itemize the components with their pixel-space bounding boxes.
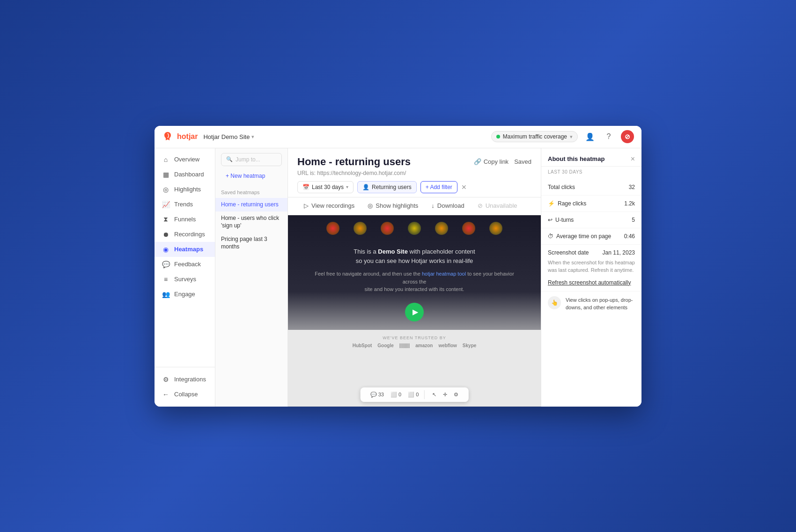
sidebar-item-feedback[interactable]: 💬 Feedback [155,257,215,272]
date-filter-label: Last 30 days [312,184,344,190]
sidebar-item-heatmaps[interactable]: ◉ Heatmaps [155,242,215,257]
top-bar: hotjar Hotjar Demo Site ▾ Maximum traffi… [155,126,641,148]
refresh-screenshot-button[interactable]: Refresh screenshot automatically [548,279,631,286]
user-icon[interactable]: 👤 [583,130,597,143]
info-panel-footer: 👆 View clicks on pop-ups, drop-downs, an… [541,292,641,316]
toolbar-move[interactable]: ✛ [441,390,450,399]
sidebar-item-overview[interactable]: ⌂ Overview [155,152,215,167]
toolbar-box-1[interactable]: ⬜ 0 [388,390,404,399]
heat-spot-5 [435,222,448,235]
heatmap-item-2[interactable]: Pricing page last 3 months [215,233,287,254]
calendar-icon: 📅 [302,184,310,190]
tab-download[interactable]: ↓ Download [425,197,471,215]
toolbar-cursor[interactable]: ↖ [430,390,439,399]
total-clicks-label: Total clicks [548,184,575,190]
play-icon: ▷ [304,202,309,209]
logo-area: hotjar [162,131,198,142]
sidebar-item-collapse[interactable]: ← Collapse [155,387,215,402]
u-turns-icon: ↩ [548,217,553,223]
sidebar-item-recordings[interactable]: ⏺ Recordings [155,227,215,242]
engage-icon: 👥 [162,291,170,298]
toolbar-box-2[interactable]: ⬜ 0 [405,390,421,399]
heatmap-item-0[interactable]: Home - returning users [215,198,287,212]
add-filter-button[interactable]: + Add filter [420,181,457,193]
move-icon: ✛ [443,392,447,398]
toolbar-settings-tool[interactable]: ⚙ [451,390,461,399]
traffic-coverage-badge[interactable]: Maximum traffic coverage ▾ [491,131,578,142]
play-button[interactable]: ▶ [405,303,424,321]
sidebar-item-label-highlights: Highlights [174,186,201,193]
brand-hubspot: HubSpot [353,343,372,348]
sidebar-item-label-feedback: Feedback [174,261,201,268]
user-filter-chip[interactable]: 👤 Returning users [357,181,417,193]
user-filter-icon: 👤 [362,184,369,190]
search-placeholder: Jump to... [236,156,260,163]
tab-unavailable[interactable]: ⊘ Unavailable [471,197,524,215]
toolbar-group-sessions: 💬 33 ⬜ 0 ⬜ 0 [365,390,425,399]
brand-adobe: |||||||| [399,343,410,348]
stat-row-rage-clicks: ⚡ Rage clicks 1.2k [541,196,641,212]
heat-dots-overlay [288,222,541,235]
tab-show-highlights[interactable]: ◎ Show highlights [361,197,425,215]
jump-to-search[interactable]: 🔍 Jump to... [221,153,282,166]
heat-spot-1 [326,222,339,235]
help-icon[interactable]: ? [602,130,615,143]
screenshot-date-value: Jan 11, 2023 [603,249,635,256]
date-filter-chip[interactable]: 📅 Last 30 days ▾ [297,181,354,193]
sidebar-item-dashboard[interactable]: ▦ Dashboard [155,167,215,182]
sidebar-item-label-trends: Trends [174,201,193,208]
unavailable-icon: ⊘ [478,202,483,209]
sidebar-item-funnels[interactable]: ⧗ Funnels [155,212,215,227]
sidebar-item-label-dashboard: Dashboard [174,171,204,178]
site-selector[interactable]: Hotjar Demo Site ▾ [203,133,254,140]
heatmap-item-label-2: Pricing page last 3 months [221,236,267,250]
heatmap-item-1[interactable]: Home - users who click 'sign up' [215,211,287,233]
sidebar-item-label-engage: Engage [174,291,195,298]
sidebar-nav: ⌂ Overview ▦ Dashboard ◎ Highlights 📈 Tr… [155,148,215,407]
cursor-icon: ↖ [432,392,436,398]
saved-heatmaps-label: Saved heatmaps [215,188,287,198]
tab-show-highlights-label: Show highlights [376,202,418,209]
site-selector-chevron: ▾ [251,134,254,140]
new-heatmap-button[interactable]: + New heatmap [221,170,282,182]
heatmap-content: Home - returning users 🔗 Copy link Saved… [288,148,541,407]
info-panel-close-button[interactable]: × [631,155,635,163]
heatmap-preview: This is a Demo Site with placeholder con… [288,215,541,407]
app-window: hotjar Hotjar Demo Site ▾ Maximum traffi… [155,126,641,407]
no-access-icon[interactable]: ⊘ [621,130,634,143]
user-filter-label: Returning users [372,184,412,190]
feedback-icon: 💬 [162,261,170,268]
clock-icon: ⏱ [548,233,553,240]
screenshot-date-label: Screenshot date [548,249,589,256]
integrations-icon: ⚙ [162,376,170,383]
sidebar-item-trends[interactable]: 📈 Trends [155,197,215,212]
tab-view-recordings[interactable]: ▷ View recordings [297,197,361,215]
filter-close-button[interactable]: ✕ [461,183,467,191]
toolbar-sessions[interactable]: 💬 33 [368,390,386,399]
funnels-icon: ⧗ [162,216,170,223]
stat-row-total-clicks: Total clicks 32 [541,179,641,196]
sidebar-item-surveys[interactable]: ≡ Surveys [155,272,215,287]
box2-icon: ⬜ [408,392,414,398]
trends-icon: 📈 [162,201,170,208]
copy-link-button[interactable]: 🔗 Copy link [474,158,509,165]
overview-icon: ⌂ [162,156,170,163]
heatmap-background: This is a Demo Site with placeholder con… [288,215,541,407]
footer-icon: 👆 [548,296,561,309]
box1-icon: ⬜ [391,392,397,398]
highlights-tab-icon: ◎ [368,202,373,209]
tabs-row: ▷ View recordings ◎ Show highlights ↓ Do… [288,197,541,215]
info-panel-header: About this heatmap × [541,148,641,167]
sidebar-item-highlights[interactable]: ◎ Highlights [155,182,215,197]
heatmap-item-label-1: Home - users who click 'sign up' [221,215,279,229]
download-icon: ↓ [431,202,435,209]
sidebar-item-label-collapse: Collapse [174,391,198,398]
add-filter-label: + Add filter [426,184,452,190]
hotjar-logo-text: hotjar [177,132,198,141]
traffic-chevron: ▾ [570,134,573,140]
sidebar-item-label-integrations: Integrations [174,376,206,383]
cursor-footer-icon: 👆 [551,299,558,306]
sidebar-item-integrations[interactable]: ⚙ Integrations [155,372,215,387]
info-panel-title: About this heatmap [548,155,604,162]
sidebar-item-engage[interactable]: 👥 Engage [155,287,215,302]
